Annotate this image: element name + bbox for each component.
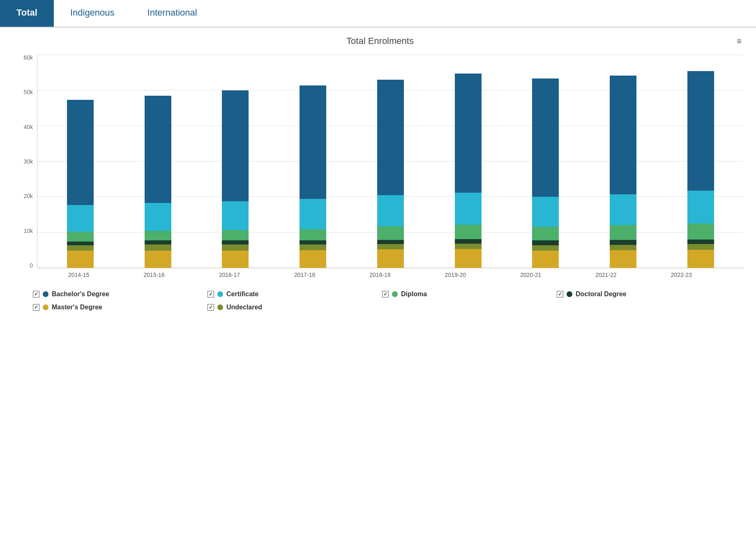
- legend-checkbox[interactable]: ✓: [207, 304, 214, 311]
- bar-segment-masters: [455, 249, 482, 268]
- bar-segment-doctoral: [377, 240, 404, 244]
- y-axis-label: 50k: [16, 89, 33, 95]
- bar-group: [376, 80, 405, 268]
- bar-segment-undeclared: [145, 244, 171, 251]
- bar-group: [609, 76, 638, 268]
- bar-segment-undeclared: [687, 244, 714, 250]
- bar-segment-certificate: [300, 199, 326, 229]
- bar-segment-bachelors: [222, 90, 249, 201]
- y-axis-label: 0: [16, 263, 33, 268]
- bar-segment-diploma: [687, 224, 714, 240]
- bar-segment-certificate: [455, 193, 482, 225]
- legend-item[interactable]: ✓Master's Degree: [33, 304, 203, 311]
- legend-checkbox[interactable]: ✓: [207, 291, 214, 297]
- tab-bar: Total Indigenous International: [0, 0, 756, 28]
- legend-label: Diploma: [401, 290, 427, 298]
- bar-segment-diploma: [377, 226, 404, 240]
- x-axis-label: 2017-18: [294, 272, 315, 278]
- bar-segment-bachelors: [67, 100, 94, 205]
- bar-segment-doctoral: [532, 240, 559, 245]
- bar-segment-certificate: [610, 194, 636, 225]
- legend-checkbox[interactable]: ✓: [33, 291, 39, 297]
- bar-segment-masters: [67, 251, 94, 268]
- legend-label: Undeclared: [226, 304, 262, 311]
- x-axis-label: 2016-17: [219, 272, 240, 278]
- legend-color-dot: [43, 304, 48, 310]
- bar-segment-certificate: [687, 191, 714, 224]
- bar-group: [66, 100, 94, 268]
- bar-segment-diploma: [532, 227, 559, 240]
- bar-segment-certificate: [532, 197, 559, 227]
- bar-segment-diploma: [610, 225, 636, 240]
- bar-segment-doctoral: [67, 242, 94, 245]
- legend-label: Bachelor's Degree: [52, 290, 109, 298]
- x-axis-label: 2022-23: [671, 272, 692, 278]
- bar-segment-masters: [687, 250, 714, 268]
- bar-segment-doctoral: [145, 240, 171, 244]
- bar-segment-bachelors: [610, 76, 636, 194]
- bar-segment-diploma: [67, 232, 94, 242]
- legend-item[interactable]: ✓Bachelor's Degree: [33, 290, 203, 298]
- bar-segment-certificate: [67, 205, 94, 232]
- bar-segment-doctoral: [300, 240, 326, 244]
- bar-segment-masters: [610, 250, 636, 268]
- y-axis-label: 20k: [16, 193, 33, 199]
- legend-color-dot: [43, 291, 48, 297]
- bar-segment-undeclared: [610, 245, 636, 250]
- bar-segment-diploma: [222, 230, 249, 240]
- bar-segment-masters: [145, 251, 171, 268]
- legend-checkbox[interactable]: ✓: [382, 291, 389, 297]
- bar-segment-masters: [532, 251, 559, 268]
- tab-indigenous[interactable]: Indigenous: [54, 0, 131, 27]
- legend-item[interactable]: ✓Undeclared: [207, 304, 378, 311]
- menu-icon[interactable]: ≡: [737, 37, 742, 46]
- legend-color-dot: [217, 304, 223, 310]
- legend-checkbox[interactable]: ✓: [557, 291, 563, 297]
- x-axis-label: 2018-19: [369, 272, 390, 278]
- bar-segment-bachelors: [377, 80, 404, 196]
- legend-item[interactable]: ✓Diploma: [382, 290, 553, 298]
- legend-label: Master's Degree: [52, 304, 102, 311]
- bar-segment-certificate: [377, 195, 404, 226]
- chart-inner: [37, 55, 744, 268]
- tab-international[interactable]: International: [131, 0, 214, 27]
- legend-label: Certificate: [226, 290, 258, 298]
- legend-color-dot: [567, 291, 572, 297]
- y-axis-label: 40k: [16, 124, 33, 130]
- chart-title: Total Enrolments: [16, 36, 744, 46]
- bar-segment-certificate: [222, 201, 249, 230]
- bar-segment-doctoral: [455, 239, 482, 244]
- bar-segment-diploma: [455, 225, 482, 239]
- x-axis-label: 2021-22: [595, 272, 616, 278]
- bar-group: [143, 96, 172, 268]
- chart-area: 010k20k30k40k50k60k: [16, 55, 744, 268]
- y-axis-label: 30k: [16, 159, 33, 164]
- bar-group: [531, 78, 560, 268]
- x-axis-label: 2015-16: [143, 272, 164, 278]
- bar-segment-masters: [300, 250, 326, 268]
- bar-segment-doctoral: [222, 240, 249, 244]
- bar-segment-undeclared: [300, 244, 326, 250]
- bar-segment-undeclared: [377, 244, 404, 249]
- legend-item[interactable]: ✓Certificate: [207, 290, 378, 298]
- tab-total[interactable]: Total: [0, 0, 54, 27]
- x-axis-label: 2020-21: [520, 272, 541, 278]
- bar-segment-masters: [377, 249, 404, 268]
- bar-segment-undeclared: [532, 245, 559, 251]
- y-axis-label: 10k: [16, 228, 33, 234]
- legend-color-dot: [217, 291, 223, 297]
- bar-segment-bachelors: [687, 71, 714, 191]
- legend-item[interactable]: ✓Doctoral Degree: [557, 290, 727, 298]
- bar-segment-doctoral: [610, 240, 636, 244]
- bar-segment-doctoral: [687, 240, 714, 244]
- bar-segment-undeclared: [222, 244, 249, 251]
- x-axis-label: 2019-20: [445, 272, 466, 278]
- bar-segment-bachelors: [300, 85, 326, 199]
- legend: ✓Bachelor's Degree✓Certificate✓Diploma✓D…: [16, 282, 744, 319]
- legend-color-dot: [392, 291, 398, 297]
- x-labels: 2014-152015-162016-172017-182018-192019-…: [16, 268, 744, 278]
- bar-segment-diploma: [145, 231, 171, 240]
- y-axis: 010k20k30k40k50k60k: [16, 55, 37, 268]
- bar-group: [299, 85, 327, 268]
- legend-checkbox[interactable]: ✓: [33, 304, 39, 311]
